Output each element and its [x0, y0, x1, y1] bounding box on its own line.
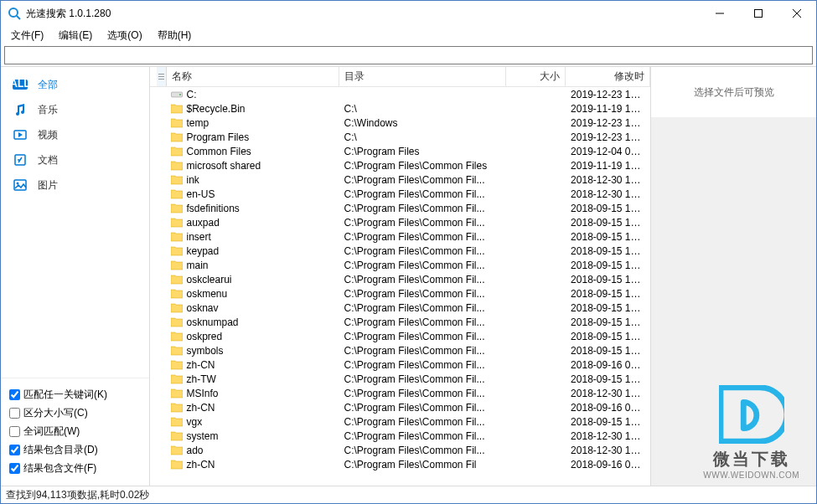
cell-date: 2019-12-23 15:34: [566, 117, 650, 129]
cell-dir: C:\Windows [339, 117, 506, 129]
table-row[interactable]: symbolsC:\Program Files\Common Fil...201… [157, 343, 650, 357]
table-row[interactable]: fsdefinitionsC:\Program Files\Common Fil… [157, 201, 650, 215]
menu-edit[interactable]: 编辑(E) [52, 27, 99, 44]
column-grip-icon[interactable] [157, 67, 167, 86]
content-area: ALL全部音乐视频文档图片 匹配任一关键词(K)区分大小写(C)全词匹配(W)结… [1, 66, 816, 486]
filter-option-0[interactable]: 匹配任一关键词(K) [9, 385, 141, 404]
category-video[interactable]: 视频 [1, 122, 149, 147]
category-doc[interactable]: 文档 [1, 147, 149, 172]
window-title: 光速搜索 1.0.1.280 [26, 7, 701, 21]
table-row[interactable]: en-USC:\Program Files\Common Fil...2018-… [157, 187, 650, 201]
image-icon [13, 179, 28, 191]
table-row[interactable]: $Recycle.BinC:\2019-11-19 14:40: [157, 101, 650, 116]
category-label: 文档 [38, 153, 58, 167]
cell-date: 2018-09-15 15:33: [566, 231, 650, 243]
cell-name: ado [166, 445, 339, 456]
minimize-button[interactable] [701, 1, 739, 26]
cell-date: 2018-09-15 15:33: [566, 203, 650, 214]
table-row[interactable]: zh-CNC:\Program Files\Common Fil2018-09-… [157, 457, 650, 471]
cell-name: oskmenu [166, 288, 339, 300]
column-date[interactable]: 修改时 [566, 67, 650, 86]
category-music[interactable]: 音乐 [1, 97, 149, 122]
table-row[interactable]: keypadC:\Program Files\Common Fil...2018… [157, 244, 650, 258]
file-list[interactable]: C:2019-12-23 15:19:$Recycle.BinC:\2019-1… [150, 87, 650, 486]
cell-name: vgx [166, 416, 339, 428]
close-button[interactable] [778, 1, 816, 26]
table-row[interactable]: mainC:\Program Files\Common Fil...2018-0… [157, 258, 650, 272]
doc-icon [13, 154, 28, 166]
table-row[interactable]: adoC:\Program Files\Common Fil...2018-12… [157, 443, 650, 457]
category-image[interactable]: 图片 [1, 172, 149, 198]
table-row[interactable]: zh-CNC:\Program Files\Common Fil...2018-… [157, 400, 650, 414]
filter-label: 结果包含目录(D) [23, 443, 98, 457]
cell-date: 2018-09-15 15:33: [566, 316, 650, 328]
menu-help[interactable]: 帮助(H) [151, 27, 199, 44]
cell-date: 2018-09-16 00:03: [566, 402, 650, 414]
column-dir[interactable]: 目录 [339, 67, 506, 86]
table-row[interactable]: MSInfoC:\Program Files\Common Fil...2018… [157, 386, 650, 400]
svg-point-13 [179, 94, 181, 95]
filter-option-2[interactable]: 全词匹配(W) [9, 422, 141, 440]
table-row[interactable]: Common FilesC:\Program Files2019-12-04 0… [157, 144, 650, 158]
svg-line-1 [17, 16, 20, 19]
cell-dir: C:\Program Files\Common Fil... [339, 416, 506, 428]
filter-option-3[interactable]: 结果包含目录(D) [9, 440, 141, 459]
filter-option-4[interactable]: 结果包含文件(F) [9, 459, 141, 477]
table-row[interactable]: zh-TWC:\Program Files\Common Fil...2018-… [157, 372, 650, 386]
table-row[interactable]: C:2019-12-23 15:19: [157, 87, 650, 101]
cell-date: 2018-09-15 15:33: [566, 331, 650, 342]
column-size[interactable]: 大小 [506, 67, 566, 86]
filter-checkbox[interactable] [9, 408, 20, 419]
filter-checkbox[interactable] [9, 426, 20, 437]
table-row[interactable]: Program FilesC:\2019-12-23 15:19: [157, 130, 650, 144]
filter-checkbox[interactable] [9, 389, 20, 400]
table-row[interactable]: zh-CNC:\Program Files\Common Fil...2018-… [157, 357, 650, 372]
cell-name: main [166, 260, 339, 271]
table-row[interactable]: insertC:\Program Files\Common Fil...2018… [157, 229, 650, 244]
filter-checkbox[interactable] [9, 445, 20, 455]
table-row[interactable]: osknavC:\Program Files\Common Fil...2018… [157, 301, 650, 315]
filter-label: 区分大小写(C) [23, 406, 88, 420]
table-row[interactable]: oskpredC:\Program Files\Common Fil...201… [157, 329, 650, 343]
category-all[interactable]: ALL全部 [1, 72, 149, 97]
table-row[interactable]: vgxC:\Program Files\Common Fil...2018-09… [157, 414, 650, 429]
maximize-button[interactable] [739, 1, 778, 26]
status-text: 查找到94,113项数据,耗时0.02秒 [6, 488, 149, 502]
cell-name: $Recycle.Bin [166, 103, 339, 115]
cell-date: 2019-11-19 14:40: [566, 103, 650, 115]
table-row[interactable]: oskmenuC:\Program Files\Common Fil...201… [157, 286, 650, 301]
filter-checkbox[interactable] [9, 463, 20, 474]
preview-hint: 选择文件后可预览 [651, 67, 816, 117]
menu-file[interactable]: 文件(F) [4, 27, 50, 44]
search-input[interactable] [5, 47, 812, 64]
cell-date: 2019-12-23 15:19: [566, 89, 650, 100]
cell-date: 2018-09-16 00:03: [566, 359, 650, 371]
table-row[interactable]: osknumpadC:\Program Files\Common Fil...2… [157, 315, 650, 329]
cell-dir: C:\Program Files\Common Fil... [339, 302, 506, 314]
cell-name: osknav [166, 302, 339, 314]
cell-date: 2019-12-23 15:19: [566, 131, 650, 143]
cell-dir: C:\Program Files\Common Fil... [339, 373, 506, 385]
table-row[interactable]: oskclearuiC:\Program Files\Common Fil...… [157, 272, 650, 286]
menu-options[interactable]: 选项(O) [101, 27, 148, 44]
table-row[interactable]: auxpadC:\Program Files\Common Fil...2018… [157, 215, 650, 229]
table-row[interactable]: systemC:\Program Files\Common Fil...2018… [157, 429, 650, 443]
cell-date: 2018-12-30 16:10: [566, 445, 650, 456]
cell-dir: C:\ [339, 131, 506, 143]
video-icon [13, 129, 28, 141]
cell-dir: C:\ [339, 103, 506, 115]
cell-dir: C:\Program Files\Common Fil... [339, 217, 506, 229]
cell-dir: C:\Program Files\Common Fil... [339, 260, 506, 271]
column-name[interactable]: 名称 [167, 67, 339, 86]
table-row[interactable]: tempC:\Windows2019-12-23 15:34: [157, 116, 650, 130]
table-row[interactable]: microsoft sharedC:\Program Files\Common … [157, 158, 650, 172]
table-row[interactable]: inkC:\Program Files\Common Fil...2018-12… [157, 172, 650, 187]
file-list-panel: 名称 目录 大小 修改时 C:2019-12-23 15:19:$Recycle… [150, 67, 650, 486]
cell-dir: C:\Program Files\Common Fil... [339, 402, 506, 414]
filter-option-1[interactable]: 区分大小写(C) [9, 404, 141, 422]
cell-date: 2018-12-30 16:10: [566, 174, 650, 186]
cell-date: 2018-09-15 15:33: [566, 245, 650, 257]
cell-name: temp [166, 117, 339, 129]
cell-date: 2018-09-15 15:33: [566, 260, 650, 271]
cell-name: zh-CN [166, 359, 339, 371]
